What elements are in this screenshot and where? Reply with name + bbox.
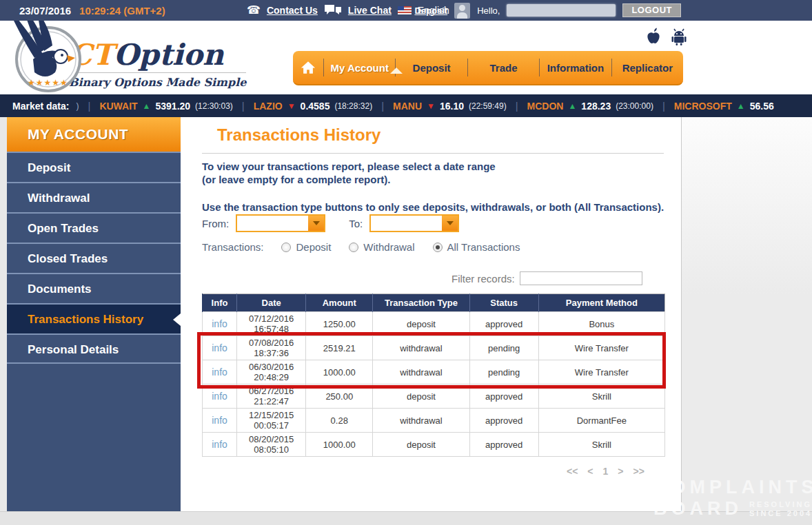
sidebar-item-label: Open Trades: [28, 222, 99, 235]
pagination-first[interactable]: <<: [567, 466, 578, 477]
logout-button[interactable]: LOGOUT: [622, 3, 681, 17]
info-link[interactable]: info: [212, 318, 227, 329]
ticker-divider: |: [240, 100, 247, 112]
sidebar-item-transactions-history[interactable]: Transactions History: [7, 303, 181, 333]
sidebar-item-label: Documents: [28, 282, 92, 296]
sidebar-item-closed-trades[interactable]: Closed Trades: [7, 243, 181, 273]
pagination: << < 1 > >>: [567, 466, 644, 477]
ticker-microsoft: MICROSOFT ▲ 56.56: [674, 101, 774, 112]
ticker-name: MANU: [393, 101, 422, 112]
sidebar-item-deposit[interactable]: Deposit: [7, 152, 181, 182]
to-date-dropdown[interactable]: [369, 214, 459, 232]
sidebar-item-open-trades[interactable]: Open Trades: [7, 212, 181, 243]
dropdown-arrow-icon[interactable]: [442, 216, 458, 231]
radio-button[interactable]: [349, 243, 358, 252]
top-bar: 23/07/2016 10:29:24 (GMT+2) ☎ Contact Us…: [0, 0, 812, 21]
intro-line: To view your transactions report, please…: [202, 160, 496, 173]
logo-option: Option: [114, 38, 224, 72]
cell-type: deposit: [373, 312, 469, 336]
nav-item-information[interactable]: Information: [540, 62, 611, 74]
radio-label: Deposit: [296, 241, 331, 253]
cell-type: withdrawal: [373, 360, 469, 384]
phone-icon: ☎: [247, 5, 261, 16]
ticker-value: 0.4585: [301, 101, 330, 112]
info-link[interactable]: info: [212, 415, 227, 426]
sidebar-item-label: Withdrawal: [28, 192, 90, 205]
info-link[interactable]: info: [212, 439, 227, 450]
apple-icon[interactable]: [645, 28, 662, 45]
deposit-link[interactable]: Deposit: [414, 6, 447, 16]
ticker-name: MCDON: [527, 101, 564, 112]
contact-us-link[interactable]: Contact Us: [267, 5, 318, 16]
date-range-row: From: To:: [202, 214, 459, 232]
cell-method: Bonus: [538, 312, 664, 336]
info-link[interactable]: info: [212, 391, 227, 402]
android-icon[interactable]: [670, 28, 688, 45]
col-header-payment-method: Payment Method: [538, 294, 664, 312]
intro-text: To view your transactions report, please…: [202, 160, 496, 186]
sidebar-item-documents[interactable]: Documents: [7, 273, 181, 303]
transaction-type-row: Transactions: Deposit Withdrawal All Tra…: [202, 241, 520, 253]
radio-option-withdrawal[interactable]: Withdrawal: [349, 241, 414, 253]
ticker-name: KUWAIT: [99, 101, 137, 112]
ticker-value: 16.10: [440, 101, 464, 112]
nav-item-deposit[interactable]: Deposit: [396, 62, 467, 74]
home-nav-button[interactable]: [293, 61, 323, 74]
ticker-mcdon: MCDON ▲ 128.23 (23:00:00): [527, 101, 653, 112]
cell-method: Wire Transfer: [538, 336, 664, 360]
pagination-next[interactable]: >: [618, 466, 623, 477]
dropdown-arrow-icon[interactable]: [308, 216, 324, 231]
content: COMPLAINTS BOARD RESOLVING SINCE 2004 MY…: [0, 117, 812, 511]
radio-option-all-transactions[interactable]: All Transactions: [433, 241, 520, 253]
logo[interactable]: CTOption Binary Options Made Simple: [69, 40, 246, 89]
greeting-text: Hello,: [477, 6, 500, 16]
from-date-dropdown[interactable]: [236, 214, 325, 232]
cell-date: 07/12/2016: [237, 313, 305, 324]
cell-method: Wire Transfer: [538, 360, 664, 384]
nav-item-my-account[interactable]: My Account: [324, 62, 395, 74]
transactions-table: Info Date Amount Transaction Type Status…: [202, 294, 665, 457]
radio-option-deposit[interactable]: Deposit: [281, 241, 331, 253]
table-row: info 06/27/201621:22:47 250.00 deposit a…: [203, 384, 665, 409]
info-link[interactable]: info: [212, 342, 227, 353]
pagination-last[interactable]: >>: [633, 466, 644, 477]
date-text: 23/07/2016: [19, 5, 71, 17]
cell-time: 21:22:47: [237, 396, 305, 406]
ticker-lazio: LAZIO ▼ 0.4585 (18:28:32): [254, 101, 372, 112]
sidebar-item-label: Personal Details: [28, 343, 119, 356]
radio-button[interactable]: [433, 243, 443, 252]
trend-arrow-icon: ▲: [737, 101, 745, 111]
cell-time: 16:57:48: [237, 324, 305, 334]
nav-item-trade[interactable]: Trade: [468, 62, 539, 74]
pagination-page-1[interactable]: 1: [603, 466, 609, 477]
radio-label: All Transactions: [447, 241, 520, 253]
col-header-transaction-type: Transaction Type: [373, 294, 469, 312]
right-background-strip: [681, 117, 812, 511]
table-row-highlighted: info 07/08/201618:37:36 2519.21 withdraw…: [203, 336, 665, 360]
from-date-value: [237, 216, 308, 231]
watermark-text: RESOLVING: [749, 500, 812, 509]
sidebar-item-personal-details[interactable]: Personal Details: [7, 333, 181, 364]
cell-amount: 1000.00: [306, 433, 373, 457]
from-label: From:: [202, 218, 229, 229]
sidebar-item-withdrawal[interactable]: Withdrawal: [7, 182, 181, 212]
datetime: 23/07/2016 10:29:24 (GMT+2): [19, 0, 165, 21]
table-row: info 08/20/201508:05:10 1000.00 deposit …: [203, 433, 665, 457]
trend-arrow-icon: ▲: [568, 101, 576, 111]
cell-status: approved: [469, 312, 538, 336]
nav-item-label: My Account: [330, 62, 388, 74]
table-row-highlighted: info 06/30/201620:48:29 1000.00 withdraw…: [203, 360, 665, 384]
ticker-name: LAZIO: [254, 101, 283, 112]
filter-input[interactable]: [520, 271, 642, 285]
main-panel: Transactions History To view your transa…: [181, 117, 681, 511]
cell-status: pending: [469, 360, 538, 384]
nav-item-replicator[interactable]: Replicator: [612, 62, 683, 74]
cell-amount: 1000.00: [306, 360, 373, 384]
cell-amount: 2519.21: [306, 336, 373, 360]
live-chat-link[interactable]: Live Chat: [348, 5, 392, 16]
pagination-prev[interactable]: <: [587, 466, 593, 477]
info-link[interactable]: info: [212, 367, 227, 378]
radio-button[interactable]: [281, 243, 291, 252]
to-date-value: [371, 216, 442, 231]
title-divider: [202, 153, 664, 154]
